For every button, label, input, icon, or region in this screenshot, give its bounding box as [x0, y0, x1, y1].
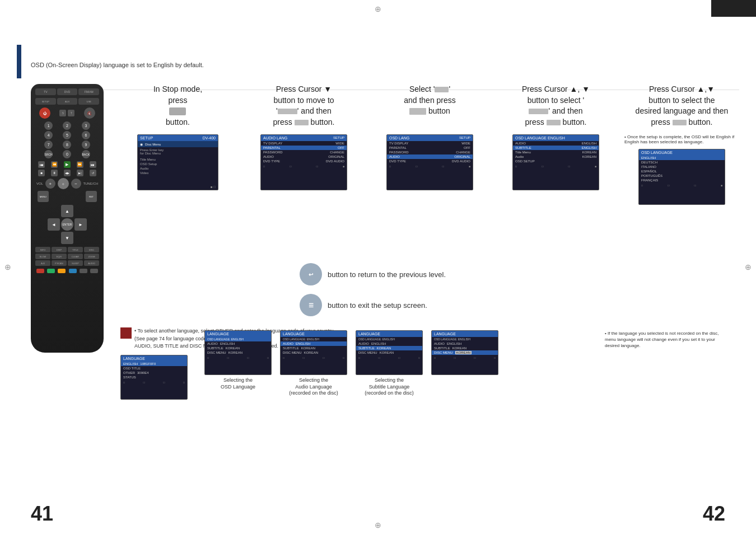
remote-yellow-btn[interactable]: [58, 269, 66, 273]
remote-prev[interactable]: ⏮: [38, 161, 45, 168]
osd-lang-screen-container: LANGUAGE OSD LANGUAGE: ENGLISH AUDIOENGL…: [204, 330, 272, 397]
step2-row3: PASSWORD CHANGE: [261, 150, 347, 154]
remote-green-btn[interactable]: [47, 269, 55, 273]
remote-numpad: 1 2 3 4 5 6 7 8 9 SRCH 0 BACK: [40, 121, 95, 158]
step5-row2: DEUTSCH: [639, 160, 725, 165]
step4-row5: OSD SETUP: [513, 159, 599, 163]
remote-num3[interactable]: 3: [82, 121, 90, 130]
remote-tuner-btn[interactable]: T: [68, 110, 74, 116]
remote-fn6[interactable]: EQ/V: [52, 254, 67, 259]
step3-box: Select ''and then press button OSD LANGS…: [372, 84, 487, 205]
remote-blue-btn[interactable]: [69, 269, 77, 273]
remote-nav-left[interactable]: ◄: [48, 218, 60, 231]
remote-num4[interactable]: 4: [44, 131, 53, 139]
osd-lang-row2: AUDIOENGLISH: [205, 341, 271, 346]
step5-row3: ITALIANO: [639, 165, 725, 169]
remote-power-btn[interactable]: ⏻: [39, 107, 50, 119]
remote-gray-btn[interactable]: [80, 269, 87, 273]
remote-nav-up[interactable]: ▲: [61, 205, 73, 217]
remote-num1[interactable]: 1: [44, 121, 53, 130]
remote-nav-right[interactable]: ►: [74, 218, 87, 231]
remote-num2[interactable]: 2: [63, 121, 71, 130]
remote-num7[interactable]: 7: [44, 140, 53, 149]
remote-fn5[interactable]: SLOW: [35, 254, 50, 259]
step4-row4: Audio KOREAN: [513, 154, 599, 159]
bottom-osd-row3: OTHER3090E4: [121, 371, 187, 375]
remote-menu-group: MENU: [38, 191, 49, 202]
remote-transport2: ■ ⏸ ◀▶ ▶| ↺: [35, 170, 99, 176]
remote-fn2[interactable]: DISP: [52, 247, 67, 252]
remote-play[interactable]: ▶: [64, 161, 71, 168]
remote-gray2-btn[interactable]: [90, 269, 98, 273]
remote-slow[interactable]: ◀▶: [64, 170, 71, 176]
remote-fn7[interactable]: CLEAR: [68, 254, 83, 259]
remote-repeat[interactable]: ↺: [90, 170, 96, 176]
remote-nav-down[interactable]: ▼: [61, 232, 73, 244]
remote-return-btn[interactable]: RET: [86, 191, 97, 202]
remote-surr-btn[interactable]: S: [59, 110, 66, 116]
osd-lang-screen: LANGUAGE OSD LANGUAGE: ENGLISH AUDIOENGL…: [204, 330, 272, 375]
subtitle-lang-title: LANGUAGE: [356, 331, 422, 337]
remote-center-dial[interactable]: ◎: [58, 178, 69, 189]
remote-red-btn[interactable]: [36, 269, 44, 273]
remote-fn3[interactable]: TITLE: [68, 247, 83, 252]
crosshair-right: ⊕: [745, 263, 752, 271]
step2-footer: □□□■: [261, 163, 347, 169]
remote-fn12[interactable]: AUDIO: [84, 260, 99, 266]
press-exit-btn[interactable]: ☰: [300, 294, 322, 316]
remote-next[interactable]: ⏭: [90, 161, 96, 168]
remote-fn9[interactable]: A-B: [35, 260, 50, 266]
remote-rew[interactable]: ⏪: [51, 161, 58, 168]
remote-dvd-btn[interactable]: DVD: [57, 88, 78, 95]
remote-nav-enter[interactable]: ENTER: [61, 218, 73, 231]
remote-usb-btn[interactable]: USB: [78, 98, 99, 105]
audio-lang-row3: SUBTITLEKOREAN: [281, 346, 347, 350]
remote-menu-btn[interactable]: MENU: [38, 191, 49, 202]
press-return-item: ↩ button to return to the previous level…: [300, 263, 739, 285]
remote-stop[interactable]: ■: [38, 170, 45, 176]
step4-osd-title: OSD LANGUAGE ENGLISH: [513, 135, 599, 141]
audio-lang-row4: DISC MENUKOREAN: [281, 350, 347, 355]
press-return-btn[interactable]: ↩: [300, 263, 322, 285]
remote-num6[interactable]: 6: [82, 131, 90, 139]
remote-bottom-buttons: INFO DISP TITLE DISC SLOW EQ/V CLEAR ZOO…: [35, 247, 99, 266]
disc-lang-screen-container: LANGUAGE OSD LANGUAGE: ENGLISH AUDIOENGL…: [431, 330, 498, 397]
step5-osd-screen: OSD LANGUAGE ENGLISH DEUTSCH ITALIANO ES…: [638, 149, 725, 205]
remote-fn4[interactable]: DISC: [84, 247, 99, 252]
step3-row5: DVD TYPE DVD AUDIO: [387, 159, 473, 163]
osd-lang-label: Selecting theOSD Language: [221, 377, 255, 390]
remote-pause[interactable]: ⏸: [51, 170, 58, 176]
subtitle-lang-row1: OSD LANGUAGE: ENGLISH: [356, 337, 422, 341]
remote-aux-btn[interactable]: AUX: [57, 98, 78, 105]
remote-num-search[interactable]: SRCH: [44, 150, 53, 158]
remote-tv-btn[interactable]: TV: [35, 88, 56, 95]
remote-vol-up[interactable]: +: [45, 179, 55, 189]
remote-step[interactable]: ▶|: [77, 170, 83, 176]
subtitle-lang-row2: AUDIOENGLISH: [356, 341, 422, 346]
step3-row1: TV DISPLAY WIDE: [387, 141, 473, 146]
step3-text: Select ''and then press button: [404, 84, 456, 129]
remote-vol-down[interactable]: −: [71, 179, 81, 189]
remote-fm-btn[interactable]: FM/AM: [78, 88, 99, 95]
disc-lang-row4: DISC MENUKOREAN: [432, 350, 498, 355]
page: ⊕ ⊕ ⊕ ⊕ OSD (On-Screen Display) language…: [0, 0, 756, 534]
remote-num0[interactable]: 0: [63, 150, 71, 158]
remote-num9[interactable]: 9: [82, 140, 90, 149]
remote-num-back[interactable]: BACK: [82, 150, 90, 158]
remote-fn10[interactable]: P.SCAN: [52, 260, 67, 266]
audio-lang-row1: OSD LANGUAGE: ENGLISH: [281, 337, 347, 341]
remote-num8[interactable]: 8: [63, 140, 71, 149]
step4-row3: Title Menu KOREAN: [513, 150, 599, 154]
remote-fn8[interactable]: ZOOM: [84, 254, 99, 259]
bottom-osd-row2: OSD TITLE: [121, 366, 187, 371]
remote-num5[interactable]: 5: [63, 131, 71, 139]
remote-set-btn[interactable]: SETUP: [35, 98, 56, 105]
remote-fn11[interactable]: SLEEP: [68, 260, 83, 266]
subtitle-lang-row3: SUBTITLEKOREAN: [356, 346, 422, 350]
step2-osd-screen: AUDIO LANGSETUP TV DISPLAY WIDE PARENTAL…: [260, 134, 347, 190]
remote-mute-btn[interactable]: 🔇: [84, 107, 95, 119]
bottom-osd-row1: ENGLISH10B1F0F0: [121, 362, 187, 366]
disc-lang-row3: SUBTITLEKOREAN: [432, 346, 498, 350]
remote-fwd[interactable]: ⏩: [77, 161, 83, 168]
remote-fn1[interactable]: INFO: [35, 247, 50, 252]
